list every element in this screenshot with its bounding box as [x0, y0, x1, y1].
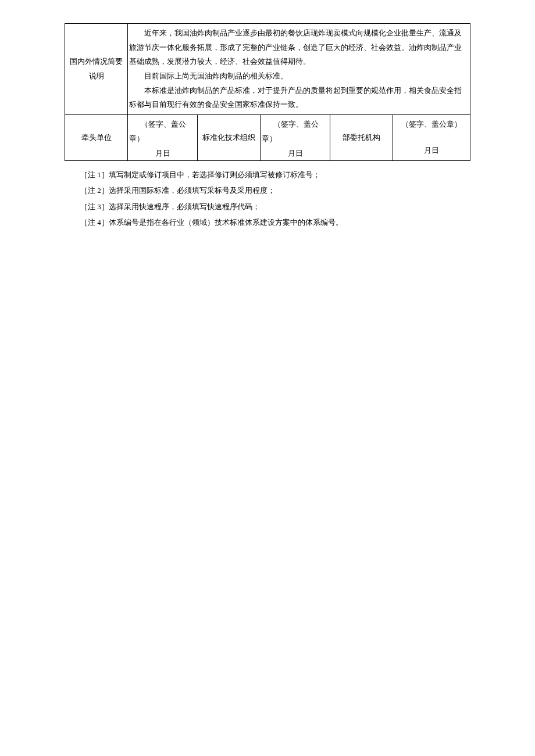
document-page: 国内外情况简要说明 近年来，我国油炸肉制品产业逐步由最初的餐饮店现炸现卖模式向规…: [0, 23, 535, 230]
lead-unit-signature-cell: （签字、盖公章） 月日: [128, 115, 198, 161]
signature-block: （签字、盖公章） 月日: [129, 117, 196, 158]
standardization-org-label: 标准化技术组织: [202, 133, 255, 142]
form-table: 国内外情况简要说明 近年来，我国油炸肉制品产业逐步由最初的餐饮店现炸现卖模式向规…: [65, 23, 470, 161]
situation-paragraph-3: 本标准是油炸肉制品的产品标准，对于提升产品的质量将起到重要的规范作用，相关食品安…: [129, 84, 468, 112]
signature-seal-text: （签字、盖公章）: [262, 117, 329, 146]
note-3: ［注 3］选择采用快速程序，必须填写快速程序代码；: [65, 199, 470, 214]
note-2: ［注 2］选择采用国际标准，必须填写采标号及采用程度；: [65, 182, 470, 198]
standardization-org-signature-cell: （签字、盖公章） 月日: [261, 115, 330, 161]
ministry-agency-label: 部委托机构: [343, 133, 380, 142]
lead-unit-label-cell: 牵头单位: [65, 115, 128, 161]
signature-date-text: 月日: [129, 146, 196, 161]
notes-section: ［注 1］填写制定或修订项目中，若选择修订则必须填写被修订标准号； ［注 2］选…: [65, 167, 470, 230]
note-4: ［注 4］体系编号是指在各行业（领域）技术标准体系建设方案中的体系编号。: [65, 214, 470, 230]
signature-block: （签字、盖公章） 月日: [262, 117, 329, 158]
note-1: ［注 1］填写制定或修订项目中，若选择修订则必须填写被修订标准号；: [65, 167, 470, 182]
situation-label-cell: 国内外情况简要说明: [65, 24, 128, 115]
signature-date-text: 月日: [394, 144, 468, 158]
table-row: 国内外情况简要说明 近年来，我国油炸肉制品产业逐步由最初的餐饮店现炸现卖模式向规…: [65, 24, 470, 115]
ministry-agency-label-cell: 部委托机构: [330, 115, 393, 161]
situation-content-cell: 近年来，我国油炸肉制品产业逐步由最初的餐饮店现炸现卖模式向规模化企业批量生产、流…: [128, 24, 470, 115]
situation-paragraph-1: 近年来，我国油炸肉制品产业逐步由最初的餐饮店现炸现卖模式向规模化企业批量生产、流…: [129, 26, 468, 69]
signature-date-text: 月日: [262, 146, 329, 161]
standardization-org-label-cell: 标准化技术组织: [198, 115, 261, 161]
situation-paragraph-2: 目前国际上尚无国油炸肉制品的相关标准。: [129, 69, 468, 84]
ministry-agency-signature-cell: （签字、盖公章） 月日: [393, 115, 470, 161]
signature-block: （签字、盖公章） 月日: [394, 117, 468, 158]
lead-unit-label: 牵头单位: [81, 133, 112, 142]
situation-label: 国内外情况简要说明: [70, 57, 123, 80]
signature-seal-text: （签字、盖公章）: [129, 117, 196, 146]
table-row: 牵头单位 （签字、盖公章） 月日 标准化技术组织 （签字、盖公章） 月日 部委托…: [65, 115, 470, 161]
signature-seal-text: （签字、盖公章）: [394, 117, 468, 132]
